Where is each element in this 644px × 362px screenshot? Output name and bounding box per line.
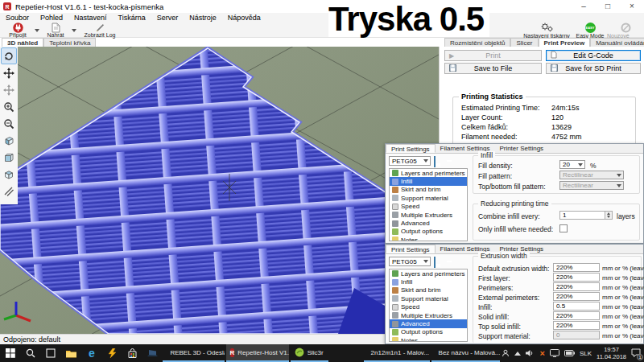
category-skirt-brim[interactable]: Skirt and brim xyxy=(390,186,467,194)
category-output-options[interactable]: Output options xyxy=(390,228,467,236)
edge-icon[interactable]: e xyxy=(81,344,101,362)
category-infill[interactable]: Infill xyxy=(390,278,467,286)
category-output-options[interactable]: Output options xyxy=(390,328,467,336)
zoom-out-icon[interactable] xyxy=(1,115,17,132)
lightning-app-icon[interactable] xyxy=(101,344,122,362)
tab-slicer[interactable]: Slicer xyxy=(510,38,538,47)
top-solid-infill-width-input[interactable]: 220% xyxy=(553,321,600,330)
move-object-icon[interactable] xyxy=(1,64,17,81)
show-hidden-icons-chevron[interactable] xyxy=(514,352,521,356)
solid-infill-width-input[interactable]: 220% xyxy=(553,311,600,320)
load-button[interactable]: Nahrát xyxy=(42,23,69,38)
category-notes[interactable]: Notes xyxy=(390,236,467,241)
slic3r-icon xyxy=(295,348,304,357)
category-support-material[interactable]: Support material xyxy=(390,294,467,302)
file-explorer-icon[interactable] xyxy=(61,344,81,362)
zoom-in-icon[interactable] xyxy=(1,98,17,115)
category-support-material[interactable]: Support material xyxy=(390,194,467,202)
taskbar-item-paint-2[interactable]: Bez názvu - Malová... xyxy=(431,344,501,362)
category-advanced[interactable]: Advanced xyxy=(390,319,467,327)
tab-temperature-curve[interactable]: Teplotní křivka xyxy=(43,38,96,47)
tab-print-settings[interactable]: Print Settings xyxy=(386,245,436,253)
clock[interactable]: 19:57 11.04.2018 xyxy=(597,346,626,361)
close-button[interactable]: × xyxy=(620,0,644,13)
tab-object-placement[interactable]: Rozmístění objektů xyxy=(444,38,510,47)
minimize-button[interactable]: – xyxy=(572,0,596,13)
menu-nastroje[interactable]: Nástroje xyxy=(184,14,222,22)
menu-server[interactable]: Server xyxy=(151,14,184,22)
only-infill-checkbox[interactable] xyxy=(559,224,568,232)
default-extrusion-width-input[interactable]: 220% xyxy=(553,263,600,272)
print-button[interactable]: ▶ Print xyxy=(444,50,542,61)
printer-settings-button[interactable]: Nastavení tiskárny xyxy=(522,23,572,39)
first-layer-width-input[interactable]: 220% xyxy=(553,273,600,282)
tab-3d-view[interactable]: 3D náhled xyxy=(2,38,43,47)
category-layers-perimeters[interactable]: Layers and perimeters xyxy=(390,169,467,177)
show-log-button[interactable]: Zobrazit Log xyxy=(79,23,121,38)
save-to-file-button[interactable]: Save to File xyxy=(444,63,542,74)
edit-gcode-button[interactable]: Edit G-Code xyxy=(546,50,641,61)
people-icon[interactable] xyxy=(502,349,510,357)
task-view-icon[interactable] xyxy=(41,344,61,362)
rotate-view-icon[interactable] xyxy=(1,47,17,64)
fit-view-icon[interactable] xyxy=(1,183,17,200)
taskbar-item-paint-1[interactable]: 2n12m1n1 - Malov... xyxy=(364,344,430,362)
fill-pattern-select[interactable]: Rectilinear xyxy=(559,171,624,179)
top-view-icon[interactable] xyxy=(1,166,17,183)
tab-print-preview[interactable]: Print Preview xyxy=(539,38,591,47)
maximize-button[interactable]: □ xyxy=(596,0,620,13)
battery-icon[interactable] xyxy=(564,350,575,356)
tab-print-settings[interactable]: Print Settings xyxy=(386,144,436,153)
category-multiple-extruders[interactable]: Multiple Extruders xyxy=(390,311,467,319)
category-skirt-brim[interactable]: Skirt and brim xyxy=(390,286,467,294)
menu-pohled[interactable]: Pohled xyxy=(35,14,68,22)
save-for-sd-button[interactable]: Save for SD Print xyxy=(546,63,641,74)
volume-icon[interactable] xyxy=(526,349,535,357)
perimeters-width-input[interactable]: 220% xyxy=(553,282,600,291)
category-advanced[interactable]: Advanced xyxy=(390,219,467,227)
menu-nastaveni[interactable]: Nastavení xyxy=(68,14,113,22)
top-bottom-pattern-select[interactable]: Rectilinear xyxy=(559,181,624,190)
isometric-view-icon[interactable] xyxy=(1,132,17,149)
taskbar-item-rebel3d[interactable]: REBEL 3D - Odeslat... xyxy=(163,344,224,362)
action-center-icon[interactable]: 1 xyxy=(631,348,641,359)
3d-viewport[interactable] xyxy=(0,47,439,334)
language-indicator[interactable]: SLK xyxy=(580,350,592,357)
tray-app-icon[interactable]: × xyxy=(539,348,544,358)
fill-density-select[interactable]: 20 xyxy=(559,160,585,169)
save-preset-icon[interactable] xyxy=(434,157,436,167)
laptop-app-icon[interactable] xyxy=(142,344,163,362)
load-dropdown-arrow[interactable] xyxy=(72,29,76,32)
category-notes[interactable]: Notes xyxy=(390,336,467,342)
pencil-icon xyxy=(95,23,105,32)
taskbar-item-repetier-host[interactable]: R Repetier-Host V1.6... xyxy=(226,344,289,362)
category-infill[interactable]: Infill xyxy=(390,177,467,185)
page-title: Tryska 0.5 xyxy=(328,2,489,37)
infill-width-input[interactable]: 0.5 xyxy=(553,302,600,311)
start-button[interactable] xyxy=(0,344,20,362)
preset-select[interactable]: PETG05 xyxy=(389,156,431,166)
search-icon[interactable] xyxy=(20,344,40,362)
external-perimeters-width-input[interactable]: 220% xyxy=(553,292,600,301)
network-display-icon[interactable] xyxy=(550,349,559,357)
connect-dropdown-arrow[interactable] xyxy=(35,29,39,32)
combine-infill-spinner[interactable]: 1 xyxy=(559,211,613,220)
tab-manual-control[interactable]: Manuální ovládání xyxy=(590,38,644,47)
menu-napoveda[interactable]: Nápověda xyxy=(222,14,266,22)
category-layers-perimeters[interactable]: Layers and perimeters xyxy=(390,269,467,278)
taskbar-item-slic3r[interactable]: Slic3r xyxy=(291,344,328,362)
tab-printer-settings[interactable]: Printer Settings xyxy=(494,144,548,153)
category-multiple-extruders[interactable]: Multiple Extruders xyxy=(390,211,467,219)
support-material-width-input[interactable]: 0 xyxy=(553,331,600,339)
move-viewpoint-icon[interactable] xyxy=(1,81,17,98)
front-view-icon[interactable] xyxy=(1,149,17,166)
preset-select[interactable]: PETG05 xyxy=(389,257,431,266)
easy-mode-button[interactable]: EASY Easy Mode xyxy=(573,23,607,39)
store-icon[interactable] xyxy=(122,344,142,362)
category-speed[interactable]: Speed xyxy=(390,203,467,211)
save-preset-icon[interactable] xyxy=(434,257,436,267)
menu-tiskarna[interactable]: Tiskárna xyxy=(113,14,151,22)
menu-soubor[interactable]: Soubor xyxy=(0,14,35,22)
category-speed[interactable]: Speed xyxy=(390,303,467,311)
connect-button[interactable]: Připojit xyxy=(3,23,32,38)
